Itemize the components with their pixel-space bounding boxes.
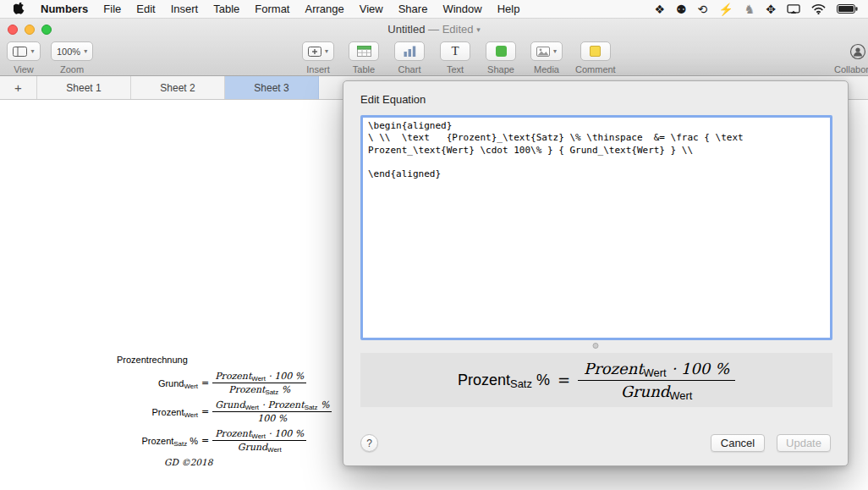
chevron-down-icon: ▾ bbox=[30, 48, 34, 55]
chevron-down-icon: ▾ bbox=[553, 48, 557, 55]
zoom-label: Zoom bbox=[60, 64, 84, 74]
chevron-down-icon: ▾ bbox=[325, 48, 328, 55]
menu-item-edit[interactable]: Edit bbox=[129, 3, 162, 15]
text-label: Text bbox=[447, 64, 464, 74]
menu-item-format[interactable]: Format bbox=[247, 3, 297, 15]
view-button[interactable]: ▾ bbox=[7, 41, 40, 61]
shape-button[interactable] bbox=[486, 41, 516, 61]
display-icon[interactable] bbox=[787, 4, 800, 14]
toolbar-collaborate: Collaborate bbox=[834, 41, 868, 74]
menu-item-insert[interactable]: Insert bbox=[163, 3, 206, 15]
textarea-resize-handle[interactable] bbox=[593, 343, 599, 349]
shape-icon bbox=[496, 46, 507, 57]
help-button[interactable]: ? bbox=[360, 434, 378, 452]
battery-icon[interactable] bbox=[837, 4, 858, 14]
table-icon bbox=[357, 46, 371, 57]
silhouette-icon[interactable]: ♞ bbox=[744, 3, 755, 16]
equation-preview: ProzentSatz % = ProzentWert · 100 % Grun… bbox=[360, 353, 832, 407]
view-label: View bbox=[14, 64, 34, 74]
text-tool-icon: T bbox=[451, 45, 459, 58]
toolbar-table: Table bbox=[347, 41, 381, 74]
insert-label: Insert bbox=[306, 64, 330, 74]
cancel-button[interactable]: Cancel bbox=[711, 434, 765, 452]
media-label: Media bbox=[534, 64, 559, 74]
menu-item-window[interactable]: Window bbox=[435, 3, 489, 15]
chart-button[interactable] bbox=[394, 41, 425, 61]
lightning-icon[interactable]: ⚡ bbox=[718, 3, 733, 16]
edit-equation-dialog: Edit Equation \begin{aligned} \ \\ \text… bbox=[343, 80, 849, 466]
toolbar-media: ▾ Media bbox=[530, 41, 563, 74]
media-icon bbox=[536, 47, 550, 57]
toolbar-shape: Shape bbox=[484, 41, 518, 74]
toolbar-chart: Chart bbox=[393, 41, 426, 74]
wifi-icon[interactable] bbox=[811, 4, 826, 14]
chevron-down-icon: ▾ bbox=[84, 48, 87, 55]
menu-bar: Numbers File Edit Insert Table Format Ar… bbox=[0, 0, 868, 19]
window-title: Untitled — Edited ▾ bbox=[0, 23, 868, 36]
fraction: GrundWert · ProzentSatz % 100 % bbox=[212, 399, 332, 424]
equation-prozentsatz: ProzentSatz % = ProzentWert · 100 % Grun… bbox=[117, 428, 332, 453]
title-chevron-icon[interactable]: ▾ bbox=[476, 25, 481, 34]
update-button[interactable]: Update bbox=[777, 434, 831, 452]
document-title: Untitled bbox=[387, 23, 425, 36]
table-button[interactable] bbox=[349, 41, 379, 61]
view-panels-icon bbox=[13, 47, 27, 57]
collaborate-icon bbox=[849, 43, 866, 60]
equation-grundwert: GrundWert = ProzentWert · 100 % ProzentS… bbox=[117, 371, 332, 395]
comment-icon bbox=[590, 46, 601, 57]
fraction: ProzentWert · 100 % GrundWert bbox=[212, 428, 306, 453]
toolbar-zoom: 100% ▾ Zoom bbox=[51, 41, 93, 74]
fraction: ProzentWert · 100 % GrundWert bbox=[578, 360, 735, 401]
comment-button[interactable] bbox=[580, 41, 611, 61]
table-label: Table bbox=[353, 64, 375, 74]
insert-icon bbox=[308, 47, 321, 57]
dropbox-icon[interactable]: ❖ bbox=[654, 3, 665, 16]
shape-label: Shape bbox=[487, 64, 514, 74]
equation-signature: GD ©2018 bbox=[164, 457, 332, 467]
collaborate-label: Collaborate bbox=[834, 64, 868, 74]
menu-item-numbers[interactable]: Numbers bbox=[33, 3, 96, 15]
creature-icon[interactable]: ⚉ bbox=[676, 3, 687, 16]
media-button[interactable]: ▾ bbox=[530, 41, 563, 61]
menu-item-help[interactable]: Help bbox=[490, 3, 528, 15]
rendered-equation: ProzentSatz % = ProzentWert · 100 % Grun… bbox=[458, 360, 735, 401]
text-button[interactable]: T bbox=[440, 41, 470, 61]
edited-indicator: — Edited bbox=[428, 23, 473, 36]
latex-input[interactable]: \begin{aligned} \ \\ \text {Prozent}_\te… bbox=[360, 115, 832, 340]
equation-prozentwert: ProzentWert = GrundWert · ProzentSatz % … bbox=[117, 399, 332, 424]
tab-sheet-1[interactable]: Sheet 1 bbox=[37, 76, 131, 99]
equation-heading: Prozentrechnung bbox=[117, 355, 332, 365]
toolbar-comment: Comment bbox=[575, 41, 616, 74]
menu-item-table[interactable]: Table bbox=[206, 3, 247, 15]
apple-menu-icon[interactable] bbox=[0, 3, 33, 15]
zoom-value: 100% bbox=[57, 47, 80, 57]
zoom-dropdown[interactable]: 100% ▾ bbox=[51, 41, 93, 61]
tab-sheet-3[interactable]: Sheet 3 bbox=[225, 76, 319, 99]
insert-button[interactable]: ▾ bbox=[302, 41, 334, 61]
window-header: Untitled — Edited ▾ ▾ View 100% ▾ Zoom ▾ bbox=[0, 19, 868, 76]
menu-item-arrange[interactable]: Arrange bbox=[297, 3, 351, 15]
chart-icon bbox=[404, 46, 416, 57]
equation-text-block[interactable]: Prozentrechnung GrundWert = ProzentWert … bbox=[117, 355, 332, 467]
comment-label: Comment bbox=[575, 64, 616, 74]
collaborate-button[interactable] bbox=[849, 41, 866, 61]
menu-status-icons: ❖ ⚉ ⟲ ⚡ ♞ ✥ bbox=[654, 3, 868, 16]
dialog-title: Edit Equation bbox=[360, 93, 426, 106]
toolbar-insert: ▾ Insert bbox=[301, 41, 335, 74]
add-sheet-button[interactable]: + bbox=[0, 76, 37, 99]
menu-item-view[interactable]: View bbox=[352, 3, 391, 15]
fraction: ProzentWert · 100 % ProzentSatz % bbox=[212, 371, 306, 395]
move-arrows-icon[interactable]: ✥ bbox=[766, 3, 776, 16]
toolbar-text: T Text bbox=[438, 41, 472, 74]
chart-label: Chart bbox=[398, 64, 421, 74]
menu-item-file[interactable]: File bbox=[96, 3, 129, 15]
menu-item-share[interactable]: Share bbox=[391, 3, 436, 15]
tab-sheet-2[interactable]: Sheet 2 bbox=[131, 76, 225, 99]
time-machine-icon[interactable]: ⟲ bbox=[698, 3, 708, 16]
toolbar-view: ▾ View bbox=[7, 41, 41, 74]
